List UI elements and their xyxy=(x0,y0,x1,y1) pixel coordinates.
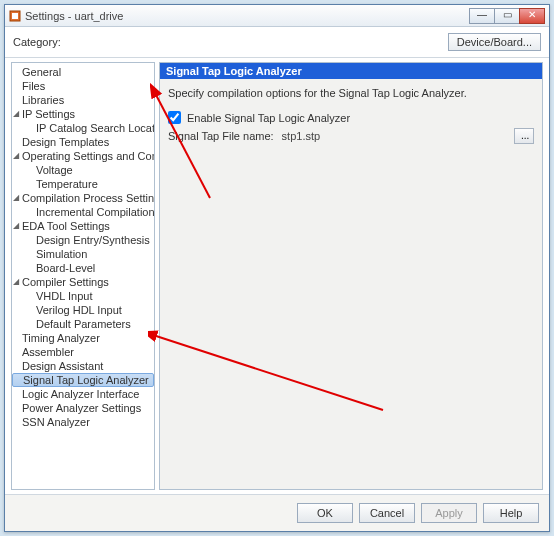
tree-item[interactable]: Simulation xyxy=(12,247,154,261)
enable-checkbox[interactable] xyxy=(168,111,181,124)
tree-item-label: EDA Tool Settings xyxy=(22,220,110,232)
tree-item[interactable]: General xyxy=(12,65,154,79)
tree-item-label: Assembler xyxy=(22,346,74,358)
tree-item[interactable]: Design Templates xyxy=(12,135,154,149)
tree-item-label: Board-Level xyxy=(36,262,95,274)
expand-icon[interactable]: ◢ xyxy=(12,151,20,160)
expand-icon[interactable]: ◢ xyxy=(12,277,20,286)
cancel-button[interactable]: Cancel xyxy=(359,503,415,523)
category-tree[interactable]: GeneralFilesLibraries◢IP SettingsIP Cata… xyxy=(11,62,155,490)
help-button[interactable]: Help xyxy=(483,503,539,523)
tree-item-label: Compiler Settings xyxy=(22,276,109,288)
tree-item[interactable]: Incremental Compilation xyxy=(12,205,154,219)
tree-item-label: Timing Analyzer xyxy=(22,332,100,344)
tree-item[interactable]: Assembler xyxy=(12,345,154,359)
tree-item[interactable]: Board-Level xyxy=(12,261,154,275)
tree-item[interactable]: ◢IP Settings xyxy=(12,107,154,121)
top-row: Category: Device/Board... xyxy=(5,27,549,58)
tree-item-label: Files xyxy=(22,80,45,92)
minimize-button[interactable] xyxy=(469,8,495,24)
tree-item-label: Simulation xyxy=(36,248,87,260)
tree-item-label: General xyxy=(22,66,61,78)
filename-label: Signal Tap File name: xyxy=(168,130,274,142)
tree-item-label: Logic Analyzer Interface xyxy=(22,388,139,400)
tree-item[interactable]: Signal Tap Logic Analyzer xyxy=(12,373,154,387)
tree-item-label: Verilog HDL Input xyxy=(36,304,122,316)
category-label: Category: xyxy=(13,36,448,48)
tree-item[interactable]: ◢EDA Tool Settings xyxy=(12,219,154,233)
expand-icon[interactable]: ◢ xyxy=(12,221,20,230)
tree-item-label: Voltage xyxy=(36,164,73,176)
tree-item-label: Default Parameters xyxy=(36,318,131,330)
expand-icon[interactable]: ◢ xyxy=(12,109,20,118)
tree-item-label: Incremental Compilation xyxy=(36,206,155,218)
tree-item-label: Design Templates xyxy=(22,136,109,148)
tree-item-label: IP Catalog Search Locations xyxy=(36,122,155,134)
panel-title: Signal Tap Logic Analyzer xyxy=(160,63,542,79)
tree-item-label: IP Settings xyxy=(22,108,75,120)
window-controls xyxy=(470,8,545,24)
tree-item[interactable]: IP Catalog Search Locations xyxy=(12,121,154,135)
tree-item-label: Temperature xyxy=(36,178,98,190)
main-panel: Signal Tap Logic Analyzer Specify compil… xyxy=(159,62,543,490)
titlebar: Settings - uart_drive xyxy=(5,5,549,27)
footer: OK Cancel Apply Help xyxy=(5,494,549,531)
tree-item[interactable]: Libraries xyxy=(12,93,154,107)
tree-item[interactable]: Temperature xyxy=(12,177,154,191)
app-icon xyxy=(9,10,21,22)
tree-item[interactable]: Power Analyzer Settings xyxy=(12,401,154,415)
expand-icon[interactable]: ◢ xyxy=(12,193,20,202)
tree-item[interactable]: Verilog HDL Input xyxy=(12,303,154,317)
panel-body: Specify compilation options for the Sign… xyxy=(160,79,542,489)
tree-item-label: Design Assistant xyxy=(22,360,103,372)
tree-item[interactable]: ◢Compilation Process Settings xyxy=(12,191,154,205)
filename-input[interactable] xyxy=(278,128,510,144)
svg-rect-1 xyxy=(12,13,18,19)
apply-button[interactable]: Apply xyxy=(421,503,477,523)
ok-button[interactable]: OK xyxy=(297,503,353,523)
window-title: Settings - uart_drive xyxy=(25,10,470,22)
enable-row: Enable Signal Tap Logic Analyzer xyxy=(168,111,534,124)
tree-item[interactable]: Files xyxy=(12,79,154,93)
tree-item[interactable]: ◢Compiler Settings xyxy=(12,275,154,289)
tree-item-label: Signal Tap Logic Analyzer xyxy=(23,374,149,386)
tree-item-label: SSN Analyzer xyxy=(22,416,90,428)
tree-item[interactable]: Logic Analyzer Interface xyxy=(12,387,154,401)
tree-item-label: VHDL Input xyxy=(36,290,92,302)
tree-item[interactable]: Design Assistant xyxy=(12,359,154,373)
settings-window: Settings - uart_drive Category: Device/B… xyxy=(4,4,550,532)
tree-item[interactable]: VHDL Input xyxy=(12,289,154,303)
tree-item-label: Compilation Process Settings xyxy=(22,192,155,204)
tree-item[interactable]: Default Parameters xyxy=(12,317,154,331)
enable-label: Enable Signal Tap Logic Analyzer xyxy=(187,112,350,124)
tree-item-label: Operating Settings and Conditions xyxy=(22,150,155,162)
tree-item[interactable]: Voltage xyxy=(12,163,154,177)
body: GeneralFilesLibraries◢IP SettingsIP Cata… xyxy=(5,58,549,494)
tree-item-label: Libraries xyxy=(22,94,64,106)
tree-item[interactable]: Design Entry/Synthesis xyxy=(12,233,154,247)
tree-item[interactable]: SSN Analyzer xyxy=(12,415,154,429)
maximize-button[interactable] xyxy=(494,8,520,24)
filename-row: Signal Tap File name: ... xyxy=(168,128,534,144)
close-button[interactable] xyxy=(519,8,545,24)
panel-description: Specify compilation options for the Sign… xyxy=(168,87,534,99)
device-board-button[interactable]: Device/Board... xyxy=(448,33,541,51)
tree-item[interactable]: Timing Analyzer xyxy=(12,331,154,345)
tree-item[interactable]: ◢Operating Settings and Conditions xyxy=(12,149,154,163)
browse-button[interactable]: ... xyxy=(514,128,534,144)
tree-item-label: Power Analyzer Settings xyxy=(22,402,141,414)
tree-item-label: Design Entry/Synthesis xyxy=(36,234,150,246)
